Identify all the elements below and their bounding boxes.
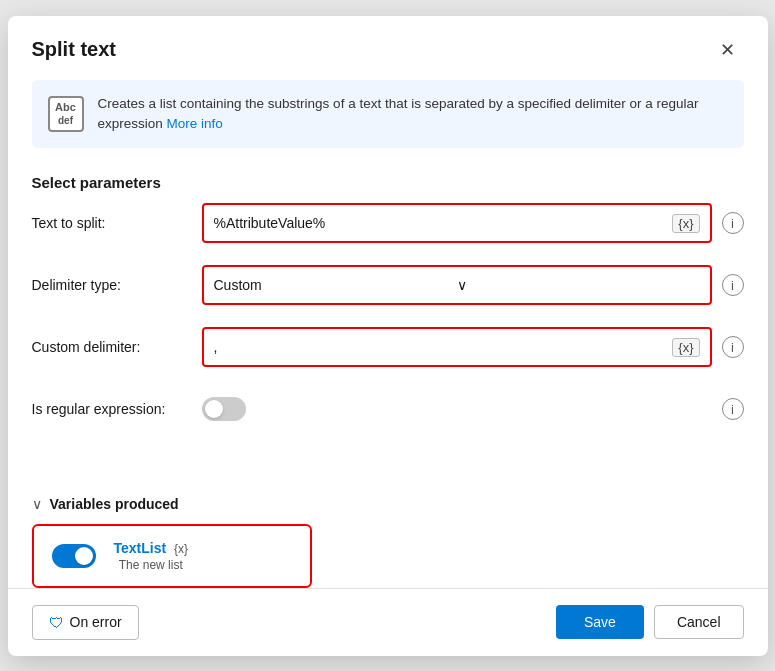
text-to-split-value: %AttributeValue% bbox=[214, 215, 667, 231]
text-to-split-control: %AttributeValue% {x} i bbox=[202, 203, 744, 243]
delimiter-type-info-icon[interactable]: i bbox=[722, 274, 744, 296]
is-regex-info-icon[interactable]: i bbox=[722, 398, 744, 420]
abc-icon: Abcdef bbox=[48, 96, 84, 132]
custom-delimiter-badge[interactable]: {x} bbox=[672, 338, 699, 357]
custom-delimiter-row: Custom delimiter: , {x} i bbox=[32, 325, 744, 369]
cancel-button[interactable]: Cancel bbox=[654, 605, 744, 639]
text-to-split-label: Text to split: bbox=[32, 215, 202, 231]
custom-delimiter-label: Custom delimiter: bbox=[32, 339, 202, 355]
variable-description: The new list bbox=[119, 558, 183, 572]
info-banner: Abcdef Creates a list containing the sub… bbox=[32, 80, 744, 149]
text-to-split-field[interactable]: %AttributeValue% {x} bbox=[202, 203, 712, 243]
variable-name-row: TextList {x} bbox=[114, 540, 189, 556]
delimiter-type-row: Delimiter type: Custom ∨ i bbox=[32, 263, 744, 307]
delimiter-type-dropdown[interactable]: Custom ∨ bbox=[202, 265, 712, 305]
custom-delimiter-info-icon[interactable]: i bbox=[722, 336, 744, 358]
is-regex-label: Is regular expression: bbox=[32, 401, 202, 417]
variable-info: TextList {x} The new list bbox=[114, 540, 189, 572]
variables-title: Variables produced bbox=[50, 496, 179, 512]
chevron-down-icon: ∨ bbox=[457, 277, 700, 293]
text-to-split-info-icon[interactable]: i bbox=[722, 212, 744, 234]
dialog-footer: 🛡 On error Save Cancel bbox=[8, 588, 768, 656]
save-button[interactable]: Save bbox=[556, 605, 644, 639]
custom-delimiter-control: , {x} i bbox=[202, 327, 744, 367]
dialog-header: Split text ✕ bbox=[8, 16, 768, 80]
variable-toggle[interactable] bbox=[52, 544, 96, 568]
text-to-split-badge[interactable]: {x} bbox=[672, 214, 699, 233]
text-to-split-row: Text to split: %AttributeValue% {x} i bbox=[32, 201, 744, 245]
custom-delimiter-value: , bbox=[214, 339, 667, 355]
on-error-button[interactable]: 🛡 On error bbox=[32, 605, 139, 640]
is-regex-row: Is regular expression: i bbox=[32, 387, 744, 431]
info-description: Creates a list containing the substrings… bbox=[98, 94, 728, 135]
on-error-label: On error bbox=[70, 614, 122, 630]
variable-badge: {x} bbox=[174, 542, 188, 556]
split-text-dialog: Split text ✕ Abcdef Creates a list conta… bbox=[8, 16, 768, 656]
variables-section: ∨ Variables produced TextList {x} The ne… bbox=[8, 496, 768, 588]
delimiter-type-value: Custom bbox=[214, 277, 457, 293]
form-body: Text to split: %AttributeValue% {x} i De… bbox=[8, 201, 768, 488]
more-info-link[interactable]: More info bbox=[167, 116, 223, 131]
variables-header[interactable]: ∨ Variables produced bbox=[32, 496, 744, 512]
variable-name[interactable]: TextList bbox=[114, 540, 167, 556]
is-regex-toggle[interactable] bbox=[202, 397, 246, 421]
variable-card: TextList {x} The new list bbox=[32, 524, 312, 588]
section-title: Select parameters bbox=[8, 158, 768, 201]
variables-chevron-icon: ∨ bbox=[32, 496, 42, 512]
shield-icon: 🛡 bbox=[49, 614, 64, 631]
custom-delimiter-field[interactable]: , {x} bbox=[202, 327, 712, 367]
delimiter-type-label: Delimiter type: bbox=[32, 277, 202, 293]
toggle-thumb bbox=[205, 400, 223, 418]
delimiter-type-control: Custom ∨ i bbox=[202, 265, 744, 305]
footer-right: Save Cancel bbox=[556, 605, 744, 639]
variable-toggle-thumb bbox=[75, 547, 93, 565]
close-button[interactable]: ✕ bbox=[712, 34, 744, 66]
is-regex-control: i bbox=[202, 397, 744, 421]
dialog-title: Split text bbox=[32, 38, 116, 61]
